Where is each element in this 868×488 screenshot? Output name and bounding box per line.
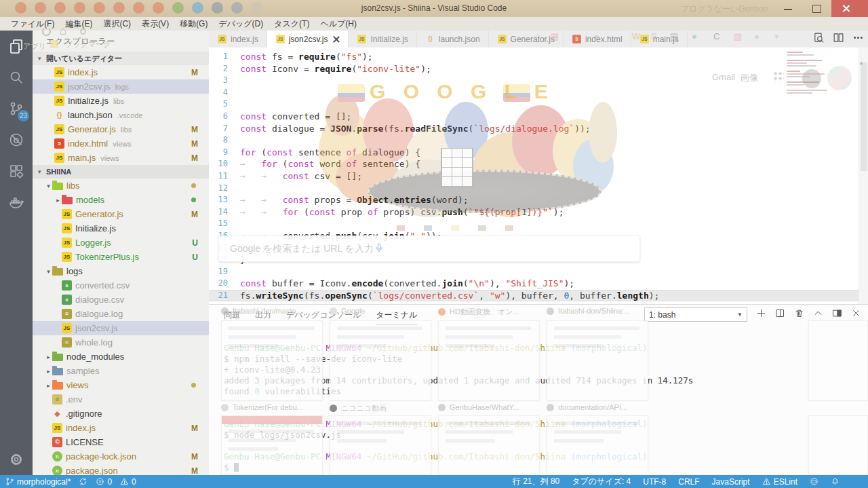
- code-line[interactable]: 7const dialogue = JSON.parse(fs.readFile…: [209, 123, 868, 135]
- find-in-file-icon[interactable]: [813, 32, 825, 46]
- docker-icon[interactable]: [0, 187, 33, 218]
- panel-tab-ターミナル[interactable]: ターミナル: [376, 305, 417, 325]
- tree-file[interactable]: xconverted.csv: [33, 278, 209, 293]
- menu-item[interactable]: 選択(C): [98, 17, 136, 31]
- code-line[interactable]: 1const fs = require("fs");: [209, 51, 868, 63]
- tree-folder[interactable]: ▾libs: [33, 179, 209, 193]
- status-item[interactable]: [810, 477, 818, 486]
- open-editor-item[interactable]: JSindex.jsM: [33, 65, 209, 79]
- panel-tab-出力[interactable]: 出力: [255, 305, 271, 325]
- code-editor[interactable]: 1const fs = require("fs");2const Iconv =…: [209, 48, 868, 304]
- maximize-panel-icon[interactable]: [813, 308, 823, 321]
- tab-index.html[interactable]: 5index.html: [564, 31, 631, 48]
- code-line[interactable]: 13→ → const props = Object.entries(word)…: [209, 194, 868, 206]
- tab-Generator.js[interactable]: JSGenerator.js: [489, 31, 564, 48]
- kill-terminal-icon[interactable]: [794, 308, 804, 321]
- tree-folder[interactable]: ▸views: [33, 378, 209, 392]
- menu-item[interactable]: 表示(V): [136, 17, 174, 31]
- tree-file[interactable]: npackage.jsonM: [33, 464, 209, 475]
- code-line[interactable]: 19: [209, 266, 868, 278]
- status-item-ESLint[interactable]: ESLint: [762, 477, 797, 487]
- extensions-icon[interactable]: [0, 155, 33, 187]
- split-editor-icon[interactable]: [833, 32, 844, 46]
- panel-tab-デバッグコンソール[interactable]: デバッグコンソール: [286, 305, 361, 325]
- tree-file[interactable]: ≡whole.log: [33, 335, 209, 350]
- tab-index.js[interactable]: JSindex.js: [209, 31, 267, 48]
- menu-item[interactable]: 編集(E): [60, 17, 98, 31]
- tree-file[interactable]: JSjson2csv.js: [33, 321, 209, 335]
- close-button[interactable]: [831, 0, 868, 17]
- status-item-4[interactable]: タブのサイズ: 4: [572, 476, 631, 487]
- open-editor-item[interactable]: JSjson2csv.jslogs: [33, 79, 209, 94]
- open-editor-item[interactable]: JSInitialize.jslibs: [33, 94, 209, 108]
- code-line[interactable]: 17→ }: [209, 242, 868, 255]
- open-editor-item[interactable]: JSGenerator.jslibsM: [33, 122, 209, 136]
- status-item-0[interactable]: 0: [96, 477, 112, 487]
- code-line[interactable]: 11→ → const csv = [];: [209, 170, 868, 183]
- debug-icon[interactable]: [0, 124, 33, 155]
- code-line[interactable]: 16→ → converted.push(csv.join(","));: [209, 230, 868, 242]
- editor-scrollbar[interactable]: [859, 48, 868, 304]
- search-icon[interactable]: [0, 62, 33, 93]
- status-item[interactable]: [831, 477, 840, 486]
- open-editor-item[interactable]: {}launch.json.vscode: [33, 108, 209, 122]
- status-item[interactable]: [79, 477, 87, 486]
- code-line[interactable]: 2const Iconv = require("iconv-lite");: [209, 63, 868, 75]
- code-line[interactable]: 4: [209, 87, 868, 99]
- code-line[interactable]: 8: [209, 134, 868, 147]
- code-line[interactable]: 21fs.writeSync(fs.openSync(`logs/convert…: [209, 290, 868, 302]
- source-control-icon[interactable]: 23: [0, 93, 33, 124]
- tab-Initialize.js[interactable]: JSInitialize.js: [349, 31, 416, 48]
- close-panel-icon[interactable]: [851, 308, 861, 321]
- code-line[interactable]: 6const converted = [];: [209, 111, 868, 123]
- more-actions-icon[interactable]: [852, 32, 864, 46]
- panel-tab-問題[interactable]: 問題: [224, 305, 240, 325]
- tab-json2csv.js[interactable]: JSjson2csv.js: [267, 31, 349, 48]
- tree-file[interactable]: JSLogger.jsU: [33, 236, 209, 250]
- terminal[interactable]: Genbu Hase@Genbu-PC MINGW64 ~/GitHub/git…: [209, 325, 868, 473]
- menu-item[interactable]: ファイル(F): [5, 17, 60, 31]
- minimize-button[interactable]: [774, 0, 803, 17]
- maximize-button[interactable]: [803, 0, 831, 17]
- open-editors-header[interactable]: ▾開いているエディター: [33, 52, 209, 65]
- status-item-JavaScript[interactable]: JavaScript: [712, 477, 750, 487]
- menu-item[interactable]: タスク(T): [269, 17, 315, 31]
- tree-file[interactable]: xdialogue.csv: [33, 293, 209, 307]
- status-item-0[interactable]: 0: [120, 477, 136, 487]
- status-item-2180[interactable]: 行 21、列 80: [513, 476, 559, 487]
- toggle-panel-icon[interactable]: [832, 308, 842, 321]
- tree-file[interactable]: ©LICENSE: [33, 435, 209, 449]
- menu-item[interactable]: 移動(G): [174, 17, 213, 31]
- menu-item[interactable]: デバッグ(D): [213, 17, 269, 31]
- code-line[interactable]: 10→ for (const word of sentence) {: [209, 158, 868, 170]
- code-line[interactable]: 3: [209, 75, 868, 87]
- settings-icon[interactable]: [0, 444, 33, 475]
- code-line[interactable]: 15: [209, 218, 868, 230]
- tree-file[interactable]: ◆.gitignore: [33, 407, 209, 421]
- tree-file[interactable]: JSInitialize.js: [33, 221, 209, 236]
- status-item-morphologica[interactable]: morphological*: [5, 477, 71, 487]
- status-item-UTF8[interactable]: UTF-8: [643, 477, 666, 487]
- explorer-icon[interactable]: [0, 31, 33, 62]
- code-line[interactable]: 18}: [209, 254, 868, 266]
- open-editor-item[interactable]: JSmain.jsviewsM: [33, 151, 209, 165]
- new-terminal-icon[interactable]: [756, 308, 766, 321]
- project-root-header[interactable]: ▾SHIINA: [33, 165, 209, 179]
- code-line[interactable]: 14→ → for (const prop of props) csv.push…: [209, 206, 868, 219]
- tree-file[interactable]: JSindex.jsM: [33, 421, 209, 435]
- tree-folder[interactable]: ▸samples: [33, 364, 209, 378]
- tab-launch.json[interactable]: {}launch.json: [417, 31, 489, 48]
- open-editor-item[interactable]: 5index.htmlviewsM: [33, 136, 209, 151]
- tree-folder[interactable]: ▾logs: [33, 264, 209, 278]
- tab-main.js[interactable]: JSmain.js: [631, 31, 688, 48]
- code-line[interactable]: 20const buffer = Iconv.encode(converted.…: [209, 278, 868, 290]
- code-line[interactable]: 9for (const sentence of dialogue) {: [209, 147, 868, 159]
- code-line[interactable]: 12: [209, 183, 868, 195]
- code-line[interactable]: 5: [209, 98, 868, 111]
- tree-file[interactable]: npackage-lock.jsonM: [33, 449, 209, 464]
- tree-file[interactable]: ≡dialogue.log: [33, 307, 209, 321]
- tree-folder[interactable]: ▸node_modules: [33, 350, 209, 364]
- tree-file[interactable]: JSGenerator.jsM: [33, 207, 209, 221]
- terminal-select[interactable]: 1: bash▼: [644, 307, 747, 322]
- menu-item[interactable]: ヘルプ(H): [315, 17, 362, 31]
